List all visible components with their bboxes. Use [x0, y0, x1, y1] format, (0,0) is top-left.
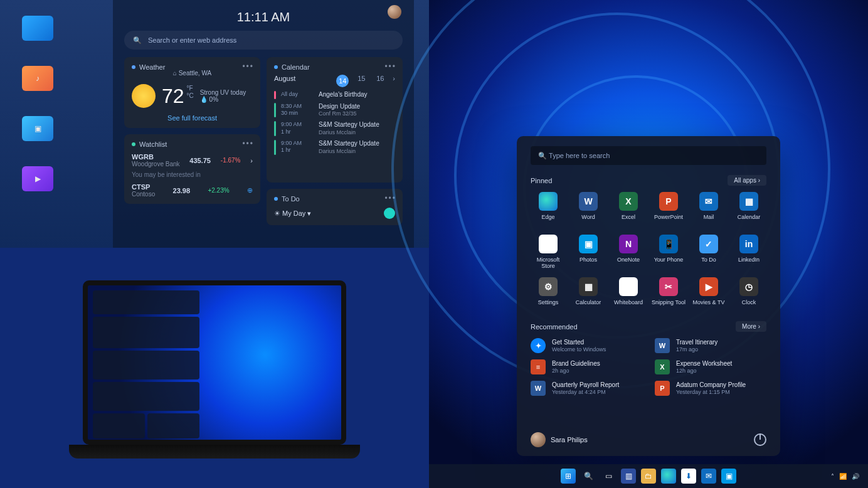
- app-mail[interactable]: ✉Mail: [691, 192, 726, 226]
- more-button[interactable]: More: [736, 321, 766, 332]
- app-icon: ✓: [699, 235, 718, 253]
- app-whiteboard[interactable]: ✎Whiteboard: [611, 277, 646, 311]
- calendar-event[interactable]: 9:00 AM1 hr S&M Startegy UpdateDarius Mc…: [274, 140, 395, 155]
- system-tray[interactable]: ˄ 📶 🔊: [831, 473, 859, 480]
- calendar-event[interactable]: All day Angela's Birthday: [274, 91, 395, 99]
- app-clock[interactable]: ◷Clock: [731, 277, 766, 311]
- forecast-link[interactable]: See full forecast: [132, 114, 253, 122]
- app-microsoft-store[interactable]: ⬇Microsoft Store: [531, 235, 566, 268]
- app-icon: [539, 192, 558, 211]
- app-icon: ▣: [579, 235, 598, 253]
- win11-desktop: 🔍 Type here to search Pinned All apps Ed…: [429, 0, 868, 488]
- app-calendar[interactable]: ▦Calendar: [731, 192, 766, 226]
- app-icon: ✂: [659, 277, 678, 296]
- app-icon: ✉: [699, 192, 718, 211]
- app-icon: 📱: [659, 235, 678, 253]
- photos-button[interactable]: ▣: [721, 469, 736, 484]
- task-view-button[interactable]: ▭: [601, 469, 616, 484]
- widgets-panel: 11:11 AM 🔍 Search or enter web address •…: [113, 0, 414, 248]
- videos-folder-icon[interactable]: ▶: [22, 166, 53, 191]
- edge-button[interactable]: [661, 469, 676, 484]
- stock-row[interactable]: CTSP Contoso 23.98 +2.23% ⊕: [132, 183, 253, 198]
- weather-temp: 72: [162, 85, 184, 108]
- mail-button[interactable]: ✉: [701, 469, 716, 484]
- more-icon[interactable]: •••: [242, 139, 254, 148]
- weather-widget[interactable]: ••• Weather Seattle, WA 72 °F°C Strong U…: [124, 57, 260, 128]
- app-powerpoint[interactable]: PPowerPoint: [651, 192, 686, 226]
- widgets-button[interactable]: ▥: [621, 469, 636, 484]
- avatar-icon: [531, 432, 546, 447]
- calendar-event[interactable]: 8:30 AM30 min Design UpdateConf Rm 32/35: [274, 103, 395, 118]
- user-account-button[interactable]: Sara Philips: [531, 432, 588, 447]
- add-task-button[interactable]: [384, 208, 395, 219]
- app-icon: ▦: [579, 277, 598, 296]
- add-icon[interactable]: ⊕: [247, 186, 253, 194]
- app-icon: ✎: [619, 277, 638, 296]
- search-placeholder: Search or enter web address: [148, 36, 236, 44]
- chevron-up-icon[interactable]: ˄: [831, 473, 834, 480]
- app-word[interactable]: WWord: [571, 192, 606, 226]
- app-calculator[interactable]: ▦Calculator: [571, 277, 606, 311]
- more-icon[interactable]: •••: [384, 62, 396, 71]
- recommended-item[interactable]: P Adatum Company ProfileYesterday at 1:1…: [655, 381, 766, 396]
- app-icon: W: [579, 192, 598, 211]
- app-photos[interactable]: ▣Photos: [571, 235, 606, 268]
- app-snipping-tool[interactable]: ✂Snipping Tool: [651, 277, 686, 311]
- recommended-grid: ✦ Get StartedWelcome to WindowsW Travel …: [531, 338, 766, 396]
- calendar-event[interactable]: 9:00 AM1 hr S&M Startegy UpdateDarius Mc…: [274, 121, 395, 136]
- recommended-item[interactable]: ✦ Get StartedWelcome to Windows: [531, 338, 642, 353]
- search-icon: 🔍: [538, 152, 547, 160]
- laptop-mockup-panel: [0, 248, 429, 488]
- volume-icon[interactable]: 🔊: [852, 473, 859, 480]
- documents-folder-icon[interactable]: [22, 16, 53, 41]
- chevron-right-icon[interactable]: ›: [393, 75, 395, 87]
- widgets-search[interactable]: 🔍 Search or enter web address: [124, 31, 403, 50]
- app-icon: P: [659, 192, 678, 211]
- calendar-days[interactable]: August 14 15 16 ›: [274, 75, 395, 87]
- file-icon: W: [655, 338, 670, 353]
- app-icon: ⚙: [539, 277, 558, 296]
- file-icon: ≡: [531, 359, 546, 374]
- app-icon: ⬇: [539, 235, 558, 253]
- recommended-item[interactable]: W Quarterly Payroll ReportYesterday at 4…: [531, 381, 642, 396]
- stock-row[interactable]: WGRB Woodgrove Bank 435.75 -1.67% ›: [132, 153, 253, 167]
- more-icon[interactable]: •••: [242, 62, 254, 71]
- recommended-item[interactable]: X Expense Worksheet12h ago: [655, 359, 766, 374]
- app-onenote[interactable]: NOneNote: [611, 235, 646, 268]
- store-button[interactable]: ⬇: [681, 469, 696, 484]
- start-button[interactable]: ⊞: [561, 469, 576, 484]
- file-icon: X: [655, 359, 670, 374]
- pictures-folder-icon[interactable]: ▣: [22, 116, 53, 141]
- app-icon: in: [739, 235, 758, 253]
- power-button[interactable]: [754, 433, 766, 446]
- desktop-folders: ♪ ▣ ▶: [22, 16, 60, 216]
- recommended-heading: Recommended: [531, 323, 578, 331]
- start-search[interactable]: 🔍 Type here to search: [531, 146, 766, 165]
- sun-icon: [132, 84, 156, 108]
- app-excel[interactable]: XExcel: [611, 192, 646, 226]
- search-icon: 🔍: [133, 36, 142, 45]
- taskbar: ⊞ 🔍 ▭ ▥ 🗀 ⬇ ✉ ▣ ˄ 📶 🔊: [429, 464, 868, 488]
- explorer-button[interactable]: 🗀: [641, 469, 656, 484]
- file-icon: P: [655, 381, 670, 396]
- app-your-phone[interactable]: 📱Your Phone: [651, 235, 686, 268]
- app-edge[interactable]: Edge: [531, 192, 566, 226]
- taskbar-search-button[interactable]: 🔍: [581, 469, 596, 484]
- app-linkedin[interactable]: inLinkedIn: [731, 235, 766, 268]
- more-icon[interactable]: •••: [384, 194, 396, 203]
- app-to-do[interactable]: ✓To Do: [691, 235, 726, 268]
- wifi-icon[interactable]: 📶: [839, 473, 847, 480]
- calendar-widget[interactable]: ••• Calendar August 14 15 16 › All day A…: [267, 57, 403, 183]
- todo-widget[interactable]: ••• To Do ☀ My Day ▾: [267, 189, 403, 225]
- recommended-item[interactable]: ≡ Brand Guidelines2h ago: [531, 359, 642, 374]
- widgets-desktop: ♪ ▣ ▶ 11:11 AM 🔍 Search or enter web add…: [0, 0, 429, 248]
- app-settings[interactable]: ⚙Settings: [531, 277, 566, 311]
- app-icon: X: [619, 192, 638, 211]
- recommended-item[interactable]: W Travel Itinerary17m ago: [655, 338, 766, 353]
- music-folder-icon[interactable]: ♪: [22, 66, 53, 91]
- watchlist-widget[interactable]: ••• Watchlist WGRB Woodgrove Bank 435.75…: [124, 134, 260, 204]
- app-movies-tv[interactable]: ▶Movies & TV: [691, 277, 726, 311]
- pinned-apps-grid: EdgeWWordXExcelPPowerPoint✉Mail▦Calendar…: [531, 192, 766, 311]
- laptop-mockup: [83, 280, 346, 456]
- all-apps-button[interactable]: All apps: [728, 175, 766, 186]
